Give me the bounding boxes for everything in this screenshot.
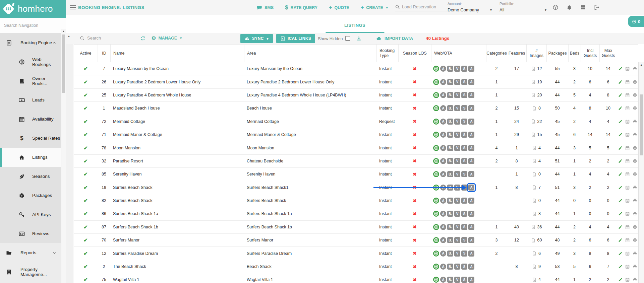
sidebar-item-owner-booki-[interactable]: Owner Booki... [0, 71, 61, 90]
print-icon[interactable] [633, 198, 637, 203]
print-icon[interactable] [633, 66, 637, 71]
column-header-incl-guests[interactable]: Incl Guests [581, 45, 599, 62]
edit-pencil-icon[interactable] [618, 277, 623, 282]
calendar-icon[interactable] [625, 66, 630, 71]
target-count-badge[interactable]: 0 [628, 16, 644, 27]
sidebar-search-input[interactable]: Search Navigation [0, 18, 66, 33]
column-header-actions[interactable] [617, 45, 638, 62]
scroll-up-icon[interactable]: ▲ [639, 63, 644, 67]
table-scrollbar[interactable]: ▲ [638, 62, 644, 283]
edit-pencil-icon[interactable] [618, 171, 623, 177]
print-icon[interactable] [633, 105, 637, 111]
calendar-icon[interactable] [625, 237, 630, 243]
edit-pencil-icon[interactable] [618, 251, 623, 256]
print-icon[interactable] [633, 224, 637, 230]
scroll-up-icon[interactable]: ▲ [61, 30, 66, 33]
edit-pencil-icon[interactable] [618, 264, 623, 269]
print-icon[interactable] [633, 132, 637, 137]
table-row[interactable]: ✔12Surfers Paradise DreamSurfers Paradis… [74, 247, 638, 260]
table-row[interactable]: ✔26Luxury Paradise 2 Bedroom Lower House… [74, 75, 638, 88]
sidebar-item-property-manageme-[interactable]: Property Manageme... [0, 262, 61, 281]
sync-button[interactable]: SYNC ▾ [240, 34, 273, 43]
column-header-max-guests[interactable]: Max Guests [599, 45, 617, 62]
print-icon[interactable] [633, 145, 637, 151]
print-icon[interactable] [633, 119, 637, 124]
table-row[interactable]: ✔1Maudsland Beach HouseBeach HouseInstan… [74, 102, 638, 115]
sidebar-item-packages[interactable]: Packages [0, 186, 61, 205]
column-header--images[interactable]: # Images [526, 45, 546, 62]
print-icon[interactable] [633, 92, 637, 98]
table-row[interactable]: ✔19Surfers Beach ShackSurfers Beach Shac… [74, 181, 638, 194]
print-icon[interactable] [633, 79, 637, 85]
load-reservation-input[interactable]: Load Reservation [395, 4, 449, 11]
edit-pencil-icon[interactable] [618, 119, 623, 124]
edit-pencil-icon[interactable] [618, 158, 623, 164]
edit-pencil-icon[interactable] [618, 79, 623, 85]
edit-pencil-icon[interactable] [618, 92, 623, 98]
content-left-scrollbar[interactable] [66, 44, 73, 283]
sidebar-item-seasons[interactable]: Seasons [0, 167, 61, 186]
print-icon[interactable] [633, 237, 637, 243]
table-row[interactable]: ✔82Surfers Beach ShackSurfers Beach Shac… [74, 194, 638, 207]
sidebar-item-reviews[interactable]: Reviews [0, 224, 61, 243]
sidebar-item-web-bookings[interactable]: Web Bookings [0, 52, 61, 71]
notifications-bell-icon[interactable] [566, 4, 572, 10]
table-search-input[interactable]: Search [80, 36, 119, 42]
edit-pencil-icon[interactable] [618, 237, 623, 243]
edit-pencil-icon[interactable] [618, 145, 623, 151]
sidebar-item-special-rates[interactable]: $Special Rates [0, 129, 61, 148]
calendar-icon[interactable] [625, 211, 630, 216]
sms-button[interactable]: SMS [257, 5, 274, 10]
download-icon[interactable] [356, 36, 362, 41]
calendar-icon[interactable] [625, 185, 630, 190]
table-row[interactable]: ✔70Surfers ManorSurfers ManorInstant✖AB.… [74, 234, 638, 247]
table-row[interactable]: ✔72Mermaid CottageMermaid CottageRequest… [74, 115, 638, 128]
table-row[interactable]: ✔7Luxury Mansion by the OceanLuxury Mans… [74, 62, 638, 75]
table-row[interactable]: ✔85Serenity HavenSerenity HavenInstant✖A… [74, 168, 638, 181]
edit-pencil-icon[interactable] [618, 185, 623, 190]
print-icon[interactable] [633, 277, 637, 282]
hamburger-menu-icon[interactable] [70, 5, 76, 10]
print-icon[interactable] [633, 251, 637, 256]
scrollbar-thumb[interactable] [62, 34, 65, 93]
sidebar-scrollbar[interactable]: ▲ [61, 29, 66, 283]
table-row[interactable]: ✔32Paradise ResortChateau BeachsideInsta… [74, 155, 638, 168]
print-icon[interactable] [633, 211, 637, 216]
scrollbar-thumb[interactable] [640, 94, 643, 155]
calendar-icon[interactable] [625, 171, 630, 177]
brand-logo[interactable]: homhero [0, 0, 66, 18]
column-header-area[interactable]: Area [244, 45, 376, 62]
edit-pencil-icon[interactable] [618, 132, 623, 137]
account-select[interactable]: Account: Demo Company ▾ [448, 2, 492, 14]
rate-query-button[interactable]: $ RATE QUERY [285, 4, 317, 11]
column-header-booking-type[interactable]: Booking Type [376, 45, 398, 62]
tab-listings[interactable]: LISTINGS [326, 23, 384, 33]
table-row[interactable]: ✔78Moon MansionMoon MansionInstant✖AB.VS… [74, 141, 638, 154]
calendar-icon[interactable] [625, 264, 630, 269]
calendar-icon[interactable] [625, 92, 630, 98]
column-header-features[interactable]: Features [507, 45, 526, 62]
ical-links-button[interactable]: ICAL LINKS [276, 34, 315, 43]
column-header-id[interactable]: ID [98, 45, 110, 62]
print-icon[interactable] [633, 158, 637, 164]
table-row[interactable]: ✔25Luxury Paradise 4 Bedroom Whole House… [74, 89, 638, 102]
quote-button[interactable]: + QUOTE [329, 5, 349, 10]
calendar-icon[interactable] [625, 251, 630, 256]
calendar-icon[interactable] [625, 119, 630, 124]
import-data-button[interactable]: IMPORT DATA [376, 36, 413, 41]
calendar-icon[interactable] [625, 79, 630, 85]
column-header-name[interactable]: Name [110, 45, 244, 62]
column-header-categories[interactable]: Categories [486, 45, 507, 62]
help-icon[interactable] [552, 4, 559, 10]
calendar-icon[interactable] [625, 224, 630, 230]
calendar-icon[interactable] [625, 277, 630, 282]
sidebar-item-booking-engine[interactable]: Booking Engine [0, 33, 61, 52]
create-button[interactable]: + CREATE ▾ [361, 5, 388, 10]
print-icon[interactable] [633, 264, 637, 269]
column-header-beds[interactable]: Beds [568, 45, 581, 62]
print-icon[interactable] [633, 185, 637, 190]
edit-pencil-icon[interactable] [618, 66, 623, 71]
table-row[interactable]: ✔71Mermaid Manor & CottageMermaid Manor … [74, 128, 638, 141]
edit-pencil-icon[interactable] [618, 211, 623, 216]
show-hidden-checkbox[interactable] [345, 36, 350, 41]
